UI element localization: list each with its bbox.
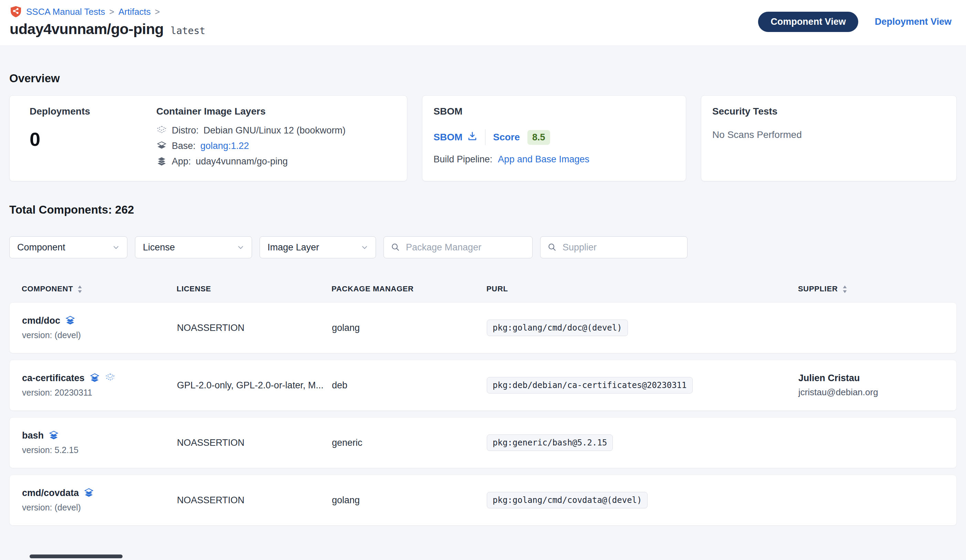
license-cell: NOASSERTION: [177, 437, 332, 448]
purl-chip[interactable]: pkg:deb/debian/ca-certificates@20230311: [487, 377, 693, 393]
supplier-search: [540, 236, 687, 258]
table-row[interactable]: cmd/covdata version: (devel) NOASSERTION…: [9, 475, 957, 526]
distro-value: Debian GNU/Linux 12 (bookworm): [204, 125, 346, 136]
app-label: App:: [172, 156, 191, 167]
layers-distro-icon: [156, 125, 167, 136]
component-view-button[interactable]: Component View: [758, 12, 858, 32]
base-label: Base:: [172, 141, 196, 151]
license-filter-dropdown[interactable]: License: [135, 236, 252, 258]
total-components-heading: Total Components: 262: [9, 203, 957, 216]
sort-icon[interactable]: [841, 285, 848, 293]
search-icon: [391, 242, 400, 252]
security-tests-title: Security Tests: [712, 106, 945, 117]
app-value: uday4vunnam/go-ping: [196, 156, 288, 167]
package-manager-cell: deb: [332, 380, 487, 391]
base-image-link[interactable]: golang:1.22: [200, 141, 249, 151]
breadcrumb-artifacts-link[interactable]: Artifacts: [118, 7, 151, 17]
component-filter-dropdown[interactable]: Component: [9, 236, 127, 258]
sort-icon[interactable]: [76, 285, 83, 293]
purl-chip[interactable]: pkg:golang/cmd/covdata@(devel): [487, 492, 647, 508]
component-version: version: (devel): [22, 503, 177, 513]
layers-app-icon: [84, 488, 94, 498]
distro-layer-row: Distro: Debian GNU/Linux 12 (bookworm): [156, 125, 396, 136]
column-header-component[interactable]: COMPONENT: [22, 285, 177, 293]
components-table: COMPONENT LICENSE PACKAGE MANAGER PURL S…: [9, 275, 957, 526]
layers-app-icon: [89, 373, 100, 383]
distro-label: Distro:: [172, 125, 199, 136]
breadcrumb-project-link[interactable]: SSCA Manual Tests: [26, 7, 105, 17]
image-layers-label: Container Image Layers: [156, 106, 396, 117]
supplier-email: jcristau@debian.org: [798, 387, 950, 398]
chevron-down-icon: [237, 243, 245, 251]
purl-chip[interactable]: pkg:generic/bash@5.2.15: [487, 434, 613, 451]
license-cell: NOASSERTION: [177, 323, 332, 333]
component-name[interactable]: cmd/covdata: [22, 488, 79, 498]
project-shield-icon: [10, 5, 22, 18]
deployments-label: Deployments: [30, 106, 156, 117]
security-tests-card: Security Tests No Scans Performed: [701, 95, 957, 181]
column-header-license: LICENSE: [177, 285, 332, 293]
layers-distro-icon: [105, 373, 116, 383]
view-toggle: Component View Deployment View: [758, 12, 951, 32]
package-manager-search-input[interactable]: [405, 242, 525, 253]
base-layer-row: Base: golang:1.22: [156, 141, 396, 151]
deployments-layers-card: Deployments 0 Container Image Layers Dis…: [9, 95, 407, 181]
breadcrumb-separator: >: [109, 7, 114, 17]
build-pipeline-link[interactable]: App and Base Images: [498, 154, 590, 165]
breadcrumb-separator: >: [155, 7, 160, 17]
purl-chip[interactable]: pkg:golang/cmd/doc@(devel): [487, 319, 628, 336]
layers-base-icon: [156, 141, 167, 151]
sbom-card-title: SBOM: [434, 106, 675, 117]
package-manager-cell: golang: [332, 323, 487, 333]
chevron-down-icon: [360, 243, 369, 251]
image-layer-filter-dropdown[interactable]: Image Layer: [260, 236, 376, 258]
supplier-search-input[interactable]: [562, 242, 680, 253]
package-manager-cell: generic: [332, 437, 487, 448]
column-header-supplier[interactable]: SUPPLIER: [798, 285, 957, 293]
license-cell: GPL-2.0-only, GPL-2.0-or-later, M...: [177, 380, 332, 391]
divider: [485, 129, 485, 145]
sbom-download-link[interactable]: SBOM: [434, 131, 478, 144]
component-name[interactable]: ca-certificates: [22, 373, 85, 383]
sbom-card: SBOM SBOM Score 8.5 Build Pipeline:: [422, 95, 686, 181]
sbom-score-badge: 8.5: [527, 130, 550, 145]
package-manager-search: [383, 236, 532, 258]
component-name[interactable]: bash: [22, 430, 44, 441]
artifact-tag: latest: [171, 25, 205, 36]
download-icon: [467, 131, 478, 144]
table-row[interactable]: bash version: 5.2.15 NOASSERTION generic…: [9, 417, 957, 468]
chevron-down-icon: [112, 243, 120, 251]
layers-app-icon: [156, 156, 167, 167]
column-header-package-manager: PACKAGE MANAGER: [332, 285, 486, 293]
security-tests-status: No Scans Performed: [712, 129, 945, 140]
table-header-row: COMPONENT LICENSE PACKAGE MANAGER PURL S…: [9, 275, 957, 302]
column-header-purl: PURL: [486, 285, 798, 293]
component-version: version: 5.2.15: [22, 445, 177, 455]
layers-app-icon: [49, 430, 59, 441]
supplier-name: Julien Cristau: [798, 373, 950, 383]
app-layer-row: App: uday4vunnam/go-ping: [156, 156, 396, 167]
table-row[interactable]: cmd/doc version: (devel) NOASSERTION gol…: [9, 302, 957, 353]
overview-heading: Overview: [9, 72, 957, 85]
component-version: version: (devel): [22, 330, 177, 340]
sbom-score-label[interactable]: Score: [493, 132, 520, 143]
build-pipeline-label: Build Pipeline:: [434, 154, 492, 165]
deployment-view-button[interactable]: Deployment View: [875, 16, 951, 27]
search-icon: [547, 242, 557, 252]
deployments-count: 0: [30, 128, 156, 150]
layers-app-icon: [65, 315, 76, 326]
page-title: uday4vunnam/go-ping: [10, 21, 164, 38]
license-cell: NOASSERTION: [177, 495, 332, 506]
table-row[interactable]: ca-certificates: [9, 360, 957, 411]
top-bar: SSCA Manual Tests > Artifacts > uday4vun…: [0, 0, 966, 45]
component-version: version: 20230311: [22, 388, 177, 398]
horizontal-scrollbar-thumb[interactable]: [30, 555, 123, 558]
component-name[interactable]: cmd/doc: [22, 315, 60, 326]
package-manager-cell: golang: [332, 495, 487, 506]
